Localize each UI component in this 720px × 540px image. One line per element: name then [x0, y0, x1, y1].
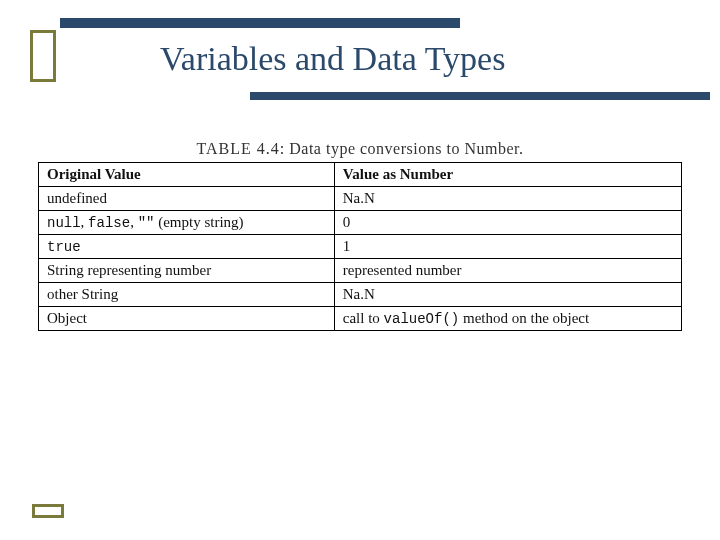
table-caption-label: TABLE 4.4	[197, 140, 280, 157]
table-row: Object call to valueOf() method on the o…	[39, 307, 682, 331]
cell-number: 1	[334, 235, 681, 259]
table-caption-text: : Data type conversions to Number.	[280, 140, 524, 157]
cell-original: other String	[39, 283, 335, 307]
cell-number: 0	[334, 211, 681, 235]
table-row: undefined Na.N	[39, 187, 682, 211]
decorative-box-bottom	[32, 504, 64, 518]
cell-number: represented number	[334, 259, 681, 283]
cell-original: Object	[39, 307, 335, 331]
table-row: null, false, "" (empty string) 0	[39, 211, 682, 235]
table-row: String representing number represented n…	[39, 259, 682, 283]
mid-accent-bar	[250, 92, 710, 100]
table-row: true 1	[39, 235, 682, 259]
header-original-value: Original Value	[39, 163, 335, 187]
cell-original: undefined	[39, 187, 335, 211]
header-value-as-number: Value as Number	[334, 163, 681, 187]
cell-number: Na.N	[334, 283, 681, 307]
decorative-box-top	[30, 30, 56, 82]
cell-original: true	[39, 235, 335, 259]
conversion-table: Original Value Value as Number undefined…	[38, 162, 682, 331]
top-accent-bar	[60, 18, 460, 28]
cell-original: String representing number	[39, 259, 335, 283]
table-row: other String Na.N	[39, 283, 682, 307]
cell-number: Na.N	[334, 187, 681, 211]
table-header-row: Original Value Value as Number	[39, 163, 682, 187]
slide-title: Variables and Data Types	[160, 40, 505, 78]
cell-number: call to valueOf() method on the object	[334, 307, 681, 331]
table-caption: TABLE 4.4: Data type conversions to Numb…	[38, 140, 682, 158]
cell-original: null, false, "" (empty string)	[39, 211, 335, 235]
table-container: TABLE 4.4: Data type conversions to Numb…	[38, 140, 682, 331]
